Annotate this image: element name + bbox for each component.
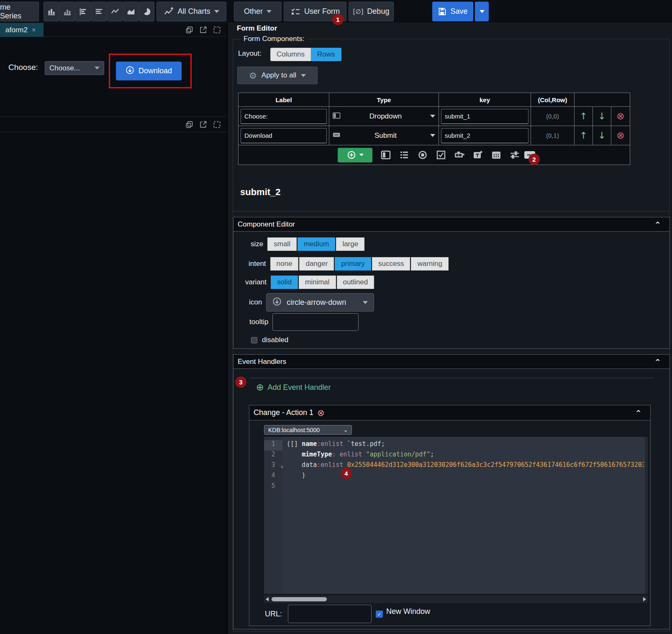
checkbox-component-icon[interactable] [432, 150, 450, 160]
variant-row: variant solid minimal outlined [245, 276, 374, 289]
save-icon [438, 7, 446, 16]
move-down-button[interactable]: ↓ [593, 126, 611, 145]
open-external-icon[interactable] [199, 26, 207, 34]
intent-row: intent none danger primary success warni… [249, 257, 449, 271]
time-series-button[interactable]: me Series [0, 2, 39, 21]
variant-solid-button[interactable]: solid [271, 276, 298, 289]
key-input[interactable] [441, 128, 528, 143]
dashboard-preview-panel: aform2 × Choose: Choose... Download [0, 23, 227, 634]
scroll-right-icon[interactable] [643, 597, 646, 601]
add-component-button[interactable] [338, 148, 372, 162]
all-charts-icon [164, 7, 174, 17]
text-input-component-icon[interactable] [469, 150, 487, 160]
delete-row-button[interactable]: ⊗ [611, 126, 630, 145]
new-window-checkbox[interactable]: ✓ [376, 611, 383, 618]
code-horizontal-scrollbar[interactable] [264, 595, 648, 603]
collapse-icon[interactable]: ^ [655, 221, 660, 228]
variant-minimal-button[interactable]: minimal [299, 276, 336, 289]
col-header-type: Type [329, 93, 439, 107]
tooltip-label: tooltip [249, 318, 268, 326]
delete-row-button[interactable]: ⊗ [611, 107, 630, 126]
intent-warning-button[interactable]: warning [411, 257, 449, 271]
change-action-header: Change - Action 1 ⊗ ^ [249, 405, 650, 420]
all-charts-button[interactable]: All Charts [156, 2, 226, 21]
disabled-checkbox[interactable] [251, 337, 257, 343]
pie-chart-button[interactable] [139, 2, 154, 21]
key-input[interactable] [441, 109, 528, 124]
submit-type-icon [333, 131, 341, 140]
code-editor[interactable]: 123∨45 ([] name:enlist `test.pdf; mimeTy… [264, 437, 648, 594]
move-down-button[interactable]: ↓ [593, 107, 611, 126]
collapse-icon[interactable]: ^ [636, 409, 641, 417]
list-component-icon[interactable] [395, 150, 413, 160]
type-cell[interactable]: Dropdown [329, 107, 439, 126]
new-window-label: New Window [386, 607, 430, 616]
remove-action-icon[interactable]: ⊗ [317, 408, 325, 418]
code-vertical-scrollbar[interactable] [644, 437, 648, 594]
aligned-bar-chart-button[interactable] [91, 2, 107, 21]
event-handlers-panel: Event Handlers ^ ⊕ Add Event Handler Cha… [233, 354, 670, 629]
duplicate-icon[interactable] [185, 121, 193, 129]
icon-select[interactable]: circle-arrow-down [266, 293, 374, 312]
circle-arrow-down-icon [272, 297, 282, 308]
horizontal-bar-chart-button[interactable] [75, 2, 91, 21]
intent-success-button[interactable]: success [372, 257, 410, 271]
open-external-icon[interactable] [199, 121, 207, 129]
second-panel-strip [0, 116, 226, 132]
other-button[interactable]: Other [234, 2, 282, 21]
intent-primary-button[interactable]: primary [335, 257, 371, 271]
tooltip-input[interactable] [272, 313, 359, 331]
move-up-button[interactable]: ↑ [575, 126, 593, 145]
user-form-icon [290, 7, 300, 17]
radio-button-component-icon[interactable] [413, 150, 432, 160]
url-input[interactable] [288, 605, 372, 623]
save-button[interactable]: Save [432, 2, 473, 21]
stacked-bar-chart-button[interactable] [59, 2, 75, 21]
preview-download-button[interactable]: Download [116, 62, 182, 80]
add-event-handler-label: Add Event Handler [267, 383, 331, 392]
code-lines[interactable]: ([] name:enlist `test.pdf; mimeType: enl… [282, 437, 648, 594]
type-cell[interactable]: Submit [329, 126, 439, 145]
icon-label: icon [249, 298, 262, 307]
size-small-button[interactable]: small [267, 237, 297, 251]
layout-columns-button[interactable]: Columns [270, 48, 311, 61]
variant-outlined-button[interactable]: outlined [337, 276, 374, 289]
save-label: Save [450, 7, 467, 16]
add-component-toolbar [239, 145, 630, 165]
date-picker-component-icon[interactable] [487, 150, 505, 160]
scrollbar-thumb[interactable] [272, 597, 327, 601]
icon-select-caret-icon [363, 301, 368, 304]
intent-none-button[interactable]: none [270, 257, 299, 271]
circle-arrow-down-icon [126, 66, 134, 77]
line-chart-button[interactable] [107, 2, 123, 21]
scroll-left-icon[interactable] [266, 597, 269, 601]
layout-rows-button[interactable]: Rows [311, 48, 341, 61]
area-chart-button[interactable] [123, 2, 139, 21]
bar-chart-button[interactable] [44, 2, 59, 21]
icon-row: icon circle-arrow-down [249, 293, 374, 312]
duplicate-icon[interactable] [185, 26, 193, 34]
tab-aform2[interactable]: aform2 × [0, 23, 44, 37]
preview-choose-dropdown[interactable]: Choose... [45, 61, 104, 75]
label-input[interactable] [241, 109, 327, 124]
collapse-icon[interactable]: ^ [655, 358, 660, 366]
move-up-button[interactable]: ↑ [575, 107, 593, 126]
fullscreen-icon[interactable] [213, 121, 221, 129]
dropdown-component-icon[interactable] [377, 150, 395, 160]
connection-select[interactable]: KDB:localhost:5000 ⌄ [264, 425, 352, 435]
size-large-button[interactable]: large [336, 237, 364, 251]
disabled-label: disabled [262, 336, 288, 344]
add-event-handler-link[interactable]: ⊕ Add Event Handler [256, 383, 331, 392]
label-input[interactable] [241, 128, 327, 143]
size-medium-button[interactable]: medium [298, 237, 335, 251]
intent-danger-button[interactable]: danger [299, 257, 334, 271]
debug-button[interactable]: [∅] Debug [349, 2, 394, 21]
fullscreen-icon[interactable] [213, 26, 221, 34]
save-options-button[interactable] [475, 2, 489, 21]
tab-close-icon[interactable]: × [32, 26, 36, 34]
apply-to-all-button[interactable]: ⚙ Apply to all [237, 67, 318, 84]
other-caret-icon [267, 10, 272, 13]
stacked-bar-chart-icon [63, 7, 72, 16]
switch-component-icon[interactable] [450, 150, 469, 160]
key-cell [439, 107, 531, 126]
